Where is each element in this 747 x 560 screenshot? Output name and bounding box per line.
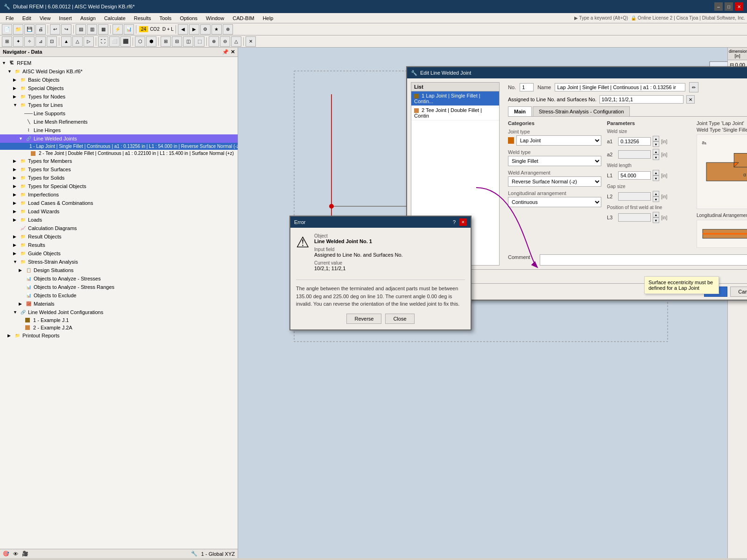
weld-type-select[interactable]: Single Fillet: [508, 156, 601, 166]
error-help-btn[interactable]: ?: [451, 218, 458, 226]
tab-ssa-config[interactable]: Stress-Strain Analysis - Configuration: [533, 106, 630, 116]
tree-types-lines[interactable]: ▼ 📁 Types for Lines: [0, 101, 238, 109]
tree-line-supports[interactable]: —— Line Supports: [0, 109, 238, 118]
menu-edit[interactable]: Edit: [19, 14, 35, 22]
tree-printout[interactable]: ▶ 📁 Printout Reports: [0, 331, 238, 340]
tree-guide-objects[interactable]: ▶ 📁 Guide Objects: [0, 249, 238, 258]
tb-b1[interactable]: ▤: [76, 24, 86, 35]
error-close-btn[interactable]: Close: [385, 314, 414, 324]
tb2-b1[interactable]: ⊞: [2, 36, 12, 47]
maximize-button[interactable]: □: [725, 2, 733, 11]
no-input[interactable]: [520, 83, 534, 91]
L3-input[interactable]: [618, 213, 651, 222]
name-input[interactable]: [555, 83, 685, 91]
tree-basic-objects[interactable]: ▶ 📁 Basic Objects: [0, 76, 238, 84]
tb2-b18[interactable]: ⊕: [209, 36, 219, 47]
menu-cadbim[interactable]: CAD-BIM: [229, 14, 258, 22]
tree-example-j1[interactable]: 1 - Example J.1: [0, 316, 238, 324]
tree-rfem[interactable]: ▼ 🏗 RFEM: [0, 59, 238, 67]
close-button[interactable]: ✕: [735, 2, 743, 11]
tb2-b16[interactable]: ◫: [183, 36, 193, 47]
nav-pin[interactable]: 📌: [222, 49, 229, 55]
menu-insert[interactable]: Insert: [55, 14, 76, 22]
tb2-b21[interactable]: ✕: [246, 36, 256, 47]
menu-view[interactable]: View: [36, 14, 55, 22]
tree-line-mesh[interactable]: ╲ Line Mesh Refinements: [0, 118, 238, 126]
tree-special-objects[interactable]: ▶ 📁 Special Objects: [0, 84, 238, 92]
a1-up[interactable]: ▲: [653, 136, 659, 141]
tree-objects-exclude[interactable]: 📊 Objects to Exclude: [0, 291, 238, 300]
tree-addin[interactable]: ▼ 📁 AISC Weld Design KB.rf6*: [0, 67, 238, 76]
L2-down[interactable]: ▼: [653, 196, 659, 202]
L2-input[interactable]: [618, 192, 651, 201]
tb2-b7[interactable]: △: [72, 36, 83, 47]
L3-down[interactable]: ▼: [653, 217, 659, 223]
L1-up[interactable]: ▲: [653, 170, 659, 175]
tb2-b2[interactable]: ✦: [13, 36, 23, 47]
tree-example-j2a[interactable]: 2 - Example J.2A: [0, 324, 238, 331]
tb2-b12[interactable]: ⬡: [135, 36, 145, 47]
tb2-b4[interactable]: ⊿: [35, 36, 46, 47]
tab-main[interactable]: Main: [508, 106, 532, 116]
tb-b6[interactable]: ◀: [178, 24, 188, 35]
tree-result-objects[interactable]: ▶ 📁 Result Objects: [0, 232, 238, 241]
tree-load-wizards[interactable]: ▶ 📁 Load Wizards: [0, 207, 238, 216]
tb2-b15[interactable]: ⊟: [172, 36, 182, 47]
tree-types-solids[interactable]: ▶ 📁 Types for Solids: [0, 174, 238, 182]
joint-type-select[interactable]: Lap Joint: [516, 135, 601, 146]
tb-b9[interactable]: ⊕: [223, 24, 233, 35]
name-edit-btn[interactable]: ✏: [689, 82, 698, 92]
tb2-b8[interactable]: ▷: [84, 36, 94, 47]
tb-open[interactable]: 📁: [13, 24, 23, 35]
tree-types-nodes[interactable]: ▶ 📁 Types for Nodes: [0, 92, 238, 101]
weld-arrangement-select[interactable]: Reverse Surface Normal (-z): [508, 176, 601, 187]
tb2-b14[interactable]: ⊞: [161, 36, 171, 47]
menu-calculate[interactable]: Calculate: [100, 14, 129, 22]
tree-objects-analyze-stress[interactable]: 📊 Objects to Analyze - Stresses: [0, 274, 238, 283]
menu-file[interactable]: File: [2, 14, 18, 22]
menu-tools[interactable]: Tools: [155, 14, 175, 22]
comment-input[interactable]: [540, 254, 747, 266]
tree-materials[interactable]: ▶ 🧱 Materials: [0, 300, 238, 308]
tb-b7[interactable]: ▶: [189, 24, 199, 35]
L2-up[interactable]: ▲: [653, 191, 659, 196]
tb-calc[interactable]: ⚙: [200, 24, 211, 35]
a2-up[interactable]: ▲: [653, 149, 659, 154]
nav-status-icon2[interactable]: 👁: [13, 551, 18, 557]
tree-loads[interactable]: ▶ 📁 Loads: [0, 216, 238, 224]
tree-results[interactable]: ▶ 📁 Results: [0, 241, 238, 249]
tb-redo[interactable]: ↪: [61, 24, 71, 35]
L1-input[interactable]: [618, 171, 651, 180]
tb2-b6[interactable]: ▲: [61, 36, 71, 47]
a1-input[interactable]: [618, 137, 651, 146]
a2-down[interactable]: ▼: [653, 154, 659, 160]
tb-new[interactable]: 📄: [2, 24, 12, 35]
tb-undo[interactable]: ↩: [50, 24, 60, 35]
list-item-2[interactable]: 2 Tee Joint | Double Fillet | Contin: [411, 106, 499, 120]
tree-types-special[interactable]: ▶ 📁 Types for Special Objects: [0, 182, 238, 190]
tb2-b5[interactable]: ⊡: [47, 36, 57, 47]
tree-weld-2[interactable]: 2 - Tee Joint | Double Fillet | Continuo…: [0, 150, 238, 157]
tb2-b11[interactable]: ⬛: [120, 36, 131, 47]
tree-stress-strain[interactable]: ▼ 📁 Stress-Strain Analysis: [0, 258, 238, 266]
tree-calc-diagrams[interactable]: 📈 Calculation Diagrams: [0, 224, 238, 232]
a2-input[interactable]: [618, 150, 651, 159]
tb-print[interactable]: 🖨: [35, 24, 46, 35]
longitudinal-arr-select[interactable]: Continuous: [508, 197, 601, 207]
error-close-x[interactable]: ✕: [459, 218, 467, 226]
tb-b2[interactable]: ▥: [87, 24, 97, 35]
tree-weld-1[interactable]: 1 - Lap Joint | Single Fillet | Continuo…: [0, 143, 238, 150]
tree-line-welded-joints[interactable]: ▼ 🔗 Line Welded Joints: [0, 134, 238, 143]
menu-help[interactable]: Help: [259, 14, 277, 22]
list-item-1[interactable]: 1 Lap Joint | Single Fillet | Contin...: [411, 91, 499, 106]
tb2-b3[interactable]: ✧: [24, 36, 35, 47]
assigned-input[interactable]: [599, 95, 684, 104]
L3-up[interactable]: ▲: [653, 212, 659, 217]
tree-line-hinges[interactable]: ⌇ Line Hinges: [0, 126, 238, 134]
nav-close[interactable]: ✕: [231, 49, 235, 55]
tb-b4[interactable]: ⚡: [113, 24, 123, 35]
a1-down[interactable]: ▼: [653, 141, 659, 147]
nav-status-icon4[interactable]: 🔧: [191, 551, 197, 557]
nav-status-icon3[interactable]: 🎥: [22, 551, 28, 557]
tree-lw-configs[interactable]: ▼ 🔗 Line Welded Joint Configurations: [0, 308, 238, 316]
